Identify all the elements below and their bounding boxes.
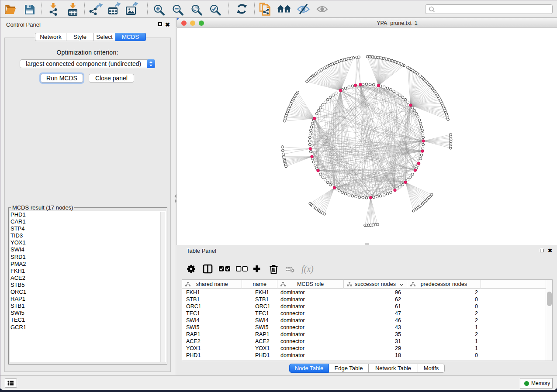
svg-text:f(x): f(x) xyxy=(301,264,314,274)
